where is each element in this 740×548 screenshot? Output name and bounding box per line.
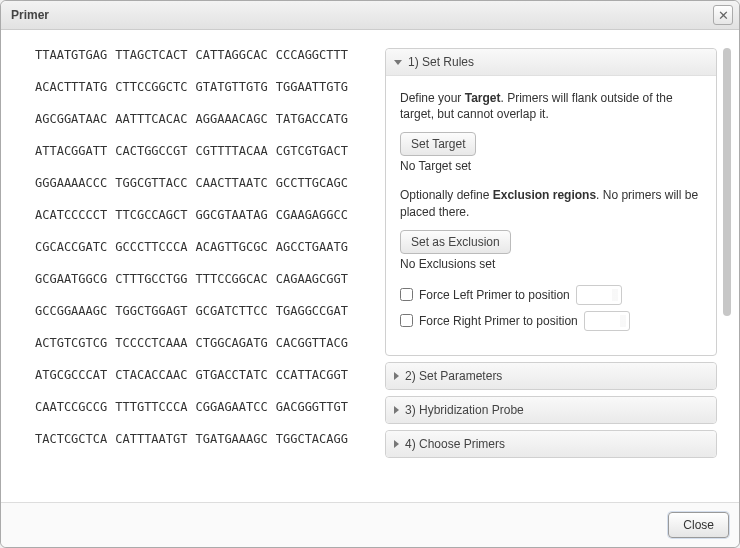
sequence-block: GACGGGTTGT (276, 400, 348, 414)
accordion-header-set-parameters[interactable]: 2) Set Parameters (386, 363, 716, 389)
sequence-block: CAGAAGCGGT (276, 272, 348, 286)
sequence-block: CTGGCAGATG (196, 336, 268, 350)
target-status: No Target set (400, 159, 702, 173)
force-left-checkbox[interactable] (400, 288, 413, 301)
sequence-block: AGCCTGAATG (276, 240, 348, 254)
accordion-label: 2) Set Parameters (405, 369, 502, 383)
sequence-block: ACACTTTATG (35, 80, 107, 94)
sequence-block: CATTTAATGT (115, 432, 187, 446)
sequence-block: ATGCGCCCAT (35, 368, 107, 382)
scrollbar-thumb[interactable] (723, 48, 731, 316)
sequence-block: TTAATGTGAG (35, 48, 107, 62)
set-target-button[interactable]: Set Target (400, 132, 476, 156)
sequence-block: GCCGGAAAGC (35, 304, 107, 318)
sequence-block: AGCGGATAAC (35, 112, 107, 126)
sequence-block: TGGCGTTACC (115, 176, 187, 190)
sequence-block: AATTTCACAC (115, 112, 187, 126)
sequence-block: TGATGAAAGC (196, 432, 268, 446)
sequence-line[interactable]: CAATCCGCCGTTTGTTCCCACGGAGAATCCGACGGGTTGT (35, 400, 375, 414)
accordion-label: 4) Choose Primers (405, 437, 505, 451)
dialog-body: TTAATGTGAGTTAGCTCACTCATTAGGCACCCCAGGCTTT… (1, 30, 739, 502)
sequence-block: CACTGGCCGT (115, 144, 187, 158)
sequence-block: GCGAATGGCG (35, 272, 107, 286)
force-left-label: Force Left Primer to position (419, 288, 570, 302)
force-right-row: Force Right Primer to position (400, 311, 702, 331)
sequence-line[interactable]: ACTGTCGTCGTCCCCTCAAACTGGCAGATGCACGGTTACG (35, 336, 375, 350)
right-pane: 1) Set Rules Define your Target. Primers… (385, 48, 717, 494)
sequence-block: CGCACCGATC (35, 240, 107, 254)
sequence-block: TTAGCTCACT (115, 48, 187, 62)
sequence-block: TGGCTGGAGT (115, 304, 187, 318)
force-right-position-input[interactable] (584, 311, 630, 331)
sequence-block: TACTCGCTCA (35, 432, 107, 446)
sequence-line[interactable]: GCGAATGGCGCTTTGCCTGGTTTCCGGCACCAGAAGCGGT (35, 272, 375, 286)
sequence-block: CGTTTTACAA (196, 144, 268, 158)
sequence-block: CATTAGGCAC (196, 48, 268, 62)
scrollbar[interactable] (721, 48, 733, 494)
force-left-row: Force Left Primer to position (400, 285, 702, 305)
sequence-line[interactable]: TACTCGCTCACATTTAATGTTGATGAAAGCTGGCTACAGG (35, 432, 375, 446)
chevron-down-icon (394, 60, 402, 65)
sequence-block: GCCTTGCAGC (276, 176, 348, 190)
titlebar: Primer ✕ (1, 1, 739, 30)
primer-dialog: Primer ✕ TTAATGTGAGTTAGCTCACTCATTAGGCACC… (0, 0, 740, 548)
dialog-footer: Close (1, 502, 739, 547)
accordion-set-parameters: 2) Set Parameters (385, 362, 717, 390)
close-icon[interactable]: ✕ (713, 5, 733, 25)
sequence-block: GTATGTTGTG (196, 80, 268, 94)
sequence-block: CTACACCAAC (115, 368, 187, 382)
sequence-block: ACATCCCCCT (35, 208, 107, 222)
target-description: Define your Target. Primers will flank o… (400, 90, 702, 122)
sequence-block: GCCCTTCCCA (115, 240, 187, 254)
exclusion-status: No Exclusions set (400, 257, 702, 271)
force-right-label: Force Right Primer to position (419, 314, 578, 328)
sequence-block: TTTCCGGCAC (196, 272, 268, 286)
force-left-position-input[interactable] (576, 285, 622, 305)
sequence-line[interactable]: ATTACGGATTCACTGGCCGTCGTTTTACAACGTCGTGACT (35, 144, 375, 158)
sequence-block: TGGCTACAGG (276, 432, 348, 446)
sequence-block: GCGATCTTCC (196, 304, 268, 318)
sequence-block: CCATTACGGT (276, 368, 348, 382)
close-button[interactable]: Close (668, 512, 729, 538)
force-right-checkbox[interactable] (400, 314, 413, 327)
sequence-line[interactable]: ACATCCCCCTTTCGCCAGCTGGCGTAATAGCGAAGAGGCC (35, 208, 375, 222)
chevron-right-icon (394, 440, 399, 448)
sequence-block: CTTCCGGCTC (115, 80, 187, 94)
sequence-block: TTCGCCAGCT (115, 208, 187, 222)
window-title: Primer (11, 8, 713, 22)
accordion-choose-primers: 4) Choose Primers (385, 430, 717, 458)
sequence-block: GGGAAAACCC (35, 176, 107, 190)
sequence-block: TTTGTTCCCA (115, 400, 187, 414)
sequence-block: CGGAGAATCC (196, 400, 268, 414)
sequence-block: GTGACCTATC (196, 368, 268, 382)
sequence-block: GGCGTAATAG (196, 208, 268, 222)
sequence-block: CAATCCGCCG (35, 400, 107, 414)
set-rules-content: Define your Target. Primers will flank o… (386, 76, 716, 355)
sequence-block: CGAAGAGGCC (276, 208, 348, 222)
sequence-block: CACGGTTACG (276, 336, 348, 350)
sequence-line[interactable]: GGGAAAACCCTGGCGTTACCCAACTTAATCGCCTTGCAGC (35, 176, 375, 190)
sequence-line[interactable]: ACACTTTATGCTTCCGGCTCGTATGTTGTGTGGAATTGTG (35, 80, 375, 94)
chevron-right-icon (394, 406, 399, 414)
sequence-pane: TTAATGTGAGTTAGCTCACTCATTAGGCACCCCAGGCTTT… (15, 48, 385, 494)
accordion-header-hybridization-probe[interactable]: 3) Hybridization Probe (386, 397, 716, 423)
sequence-block: TGAGGCCGAT (276, 304, 348, 318)
sequence-block: ACTGTCGTCG (35, 336, 107, 350)
sequence-line[interactable]: TTAATGTGAGTTAGCTCACTCATTAGGCACCCCAGGCTTT (35, 48, 375, 62)
sequence-block: CTTTGCCTGG (115, 272, 187, 286)
set-exclusion-button[interactable]: Set as Exclusion (400, 230, 511, 254)
accordion-hybridization-probe: 3) Hybridization Probe (385, 396, 717, 424)
chevron-right-icon (394, 372, 399, 380)
sequence-line[interactable]: CGCACCGATCGCCCTTCCCAACAGTTGCGCAGCCTGAATG (35, 240, 375, 254)
sequence-line[interactable]: GCCGGAAAGCTGGCTGGAGTGCGATCTTCCTGAGGCCGAT (35, 304, 375, 318)
sequence-line[interactable]: AGCGGATAACAATTTCACACAGGAAACAGCTATGACCATG (35, 112, 375, 126)
accordion-set-rules: 1) Set Rules Define your Target. Primers… (385, 48, 717, 356)
exclusion-description: Optionally define Exclusion regions. No … (400, 187, 702, 219)
sequence-block: CAACTTAATC (196, 176, 268, 190)
accordion-label: 3) Hybridization Probe (405, 403, 524, 417)
sequence-line[interactable]: ATGCGCCCATCTACACCAACGTGACCTATCCCATTACGGT (35, 368, 375, 382)
sequence-block: TATGACCATG (276, 112, 348, 126)
accordion-header-set-rules[interactable]: 1) Set Rules (386, 49, 716, 76)
accordion-label: 1) Set Rules (408, 55, 474, 69)
accordion-header-choose-primers[interactable]: 4) Choose Primers (386, 431, 716, 457)
